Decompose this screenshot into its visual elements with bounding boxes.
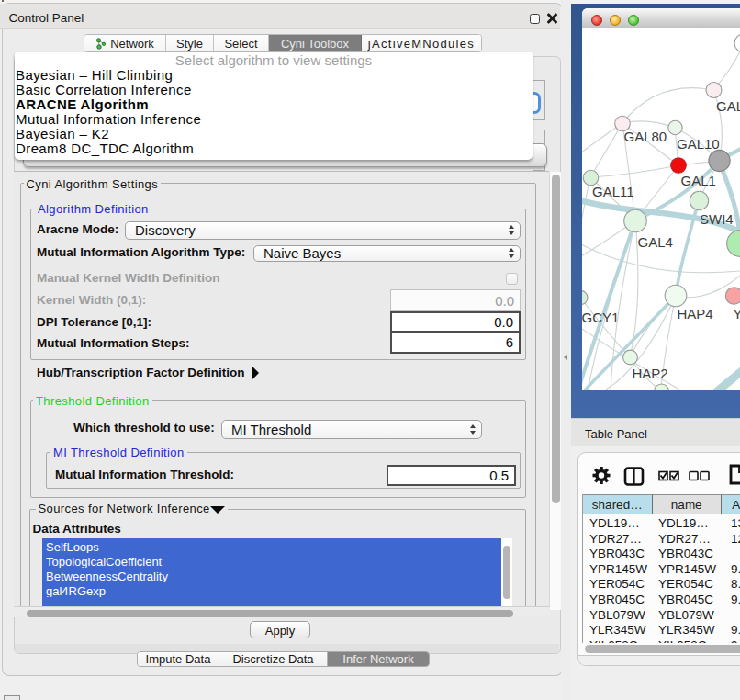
- svg-text:Y: Y: [734, 306, 740, 322]
- svg-text:GAL4: GAL4: [638, 234, 673, 250]
- svg-text:SWI4: SWI4: [700, 211, 734, 227]
- svg-text:GAL1: GAL1: [681, 173, 716, 188]
- svg-text:GAL2: GAL2: [716, 98, 740, 114]
- svg-text:HAP4: HAP4: [678, 306, 713, 322]
- svg-text:GAL80: GAL80: [624, 129, 667, 144]
- svg-text:GAL10: GAL10: [677, 136, 720, 152]
- svg-text:GAL11: GAL11: [592, 184, 634, 199]
- svg-text:GCY1: GCY1: [582, 310, 619, 325]
- svg-text:HAP2: HAP2: [633, 366, 668, 381]
